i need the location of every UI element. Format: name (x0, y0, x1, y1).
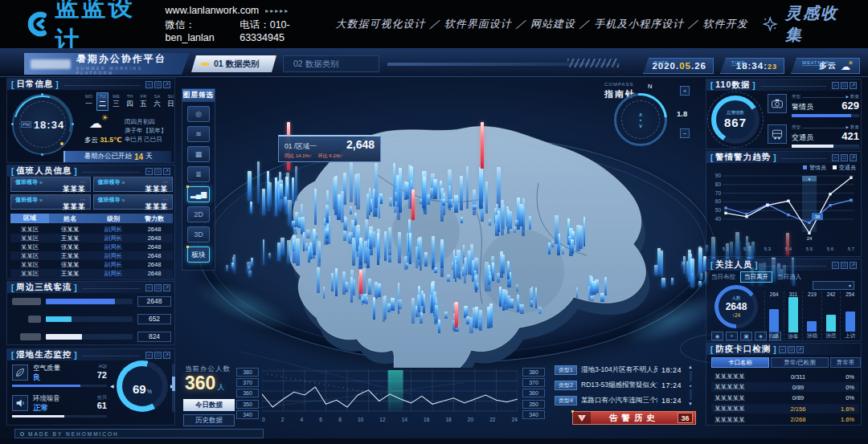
minimize-icon[interactable]: − (145, 352, 153, 359)
expand-icon[interactable]: ↗ (850, 82, 857, 89)
tab-data-category-2[interactable]: 02 数据类别 (283, 55, 379, 72)
duty-table-row[interactable]: 某某区王某某副局长2648 (10, 269, 173, 278)
focus-bar-column[interactable]: 264在逃 (764, 291, 784, 340)
weekday-cell[interactable]: TH四 (124, 92, 136, 111)
duty-col-header[interactable]: 级别 (91, 214, 136, 223)
compass-dial[interactable]: ∧●∨ (614, 93, 667, 146)
duty-col-header[interactable]: 区域 (10, 214, 49, 223)
weekday-cell[interactable]: SA六 (151, 92, 163, 111)
speaker-icon (12, 395, 28, 411)
layer-button-deploy[interactable]: ▦ (187, 146, 210, 162)
minimize-icon[interactable]: − (145, 168, 153, 175)
window-icon[interactable]: □ (841, 262, 848, 269)
expand-icon[interactable]: ↗ (796, 346, 804, 353)
minimize-icon[interactable]: − (779, 346, 786, 353)
duty-table-row[interactable]: 某某区张某某副局长2648 (10, 225, 173, 234)
tab-data-category-1[interactable]: 01 数据类别 (191, 55, 276, 72)
eco-scrollbar[interactable] (172, 364, 175, 412)
layer-button-mode-3d[interactable]: 3D (187, 226, 210, 242)
expand-icon[interactable]: ↗ (163, 352, 170, 359)
focus-bar-column[interactable]: 242涉恐 (821, 291, 841, 340)
window-icon[interactable]: □ (154, 81, 162, 88)
checkpoint-row[interactable]: 某某某某某0/890% (711, 393, 859, 403)
layer-button-radar[interactable]: ≋ (187, 126, 210, 142)
zoom-out-button[interactable]: − (680, 128, 690, 138)
inspiration-collect[interactable]: 灵感收集 (762, 2, 845, 46)
minimize-icon[interactable]: − (145, 81, 153, 88)
window-icon[interactable]: □ (788, 346, 795, 353)
window-icon[interactable]: □ (841, 82, 848, 89)
duty-leader-card[interactable]: 值班领导»⋯某某某 (93, 194, 174, 210)
alert-history-banner[interactable]: ! 告警历史 36 (572, 411, 696, 425)
window-controls: −□↗ (832, 154, 857, 161)
expand-icon[interactable]: ↗ (163, 168, 170, 175)
duty-table-row[interactable]: 某某区王某某副局长2648 (10, 234, 173, 242)
tab-daily-enter[interactable]: 当日进入 (777, 273, 801, 281)
duty-leader-card[interactable]: 值班领导»⋯某某某 (10, 177, 91, 192)
window-controls: −□↗ (145, 168, 170, 175)
window-icon[interactable]: □ (154, 284, 162, 291)
duty-cell: 2648 (136, 252, 173, 259)
layer-button-mode-2d[interactable]: 2D (187, 206, 210, 222)
minimize-icon[interactable]: − (832, 82, 839, 89)
expand-icon[interactable]: ↗ (163, 81, 170, 88)
wechat-id: 微信：ben_lanlan (166, 18, 234, 43)
layer-button-poi[interactable]: ◎ (187, 106, 210, 122)
alert-row[interactable]: 类型4某路口有小汽车连闯三个红灯18:24 (555, 395, 682, 406)
metric-name: 警情员 (792, 102, 813, 112)
alert-row[interactable]: 类型2RD13-53烟感报警疑似火灾17:24 (555, 380, 682, 391)
tool-icon[interactable]: + (726, 332, 738, 340)
weekday-en: WE (113, 94, 120, 99)
checkpoint-row[interactable]: 某某某某某0/3110% (711, 372, 859, 381)
duty-col-header[interactable]: 姓名 (49, 214, 91, 223)
focus-bar-column[interactable]: 311涉毒 (784, 291, 803, 340)
expand-icon[interactable]: ↗ (163, 284, 170, 291)
expand-icon[interactable]: ↗ (850, 154, 857, 161)
scroll-up-icon[interactable]: ▲ (688, 365, 693, 369)
site-url[interactable]: www.lanlanwork.com (166, 5, 260, 16)
checkpoint-col-header[interactable]: 异常/已检测 (771, 357, 829, 368)
tool-icon[interactable]: ▣ (740, 332, 752, 340)
tab-daily-watch[interactable]: 当日布控 (711, 273, 735, 281)
weekday-cell[interactable]: WE三 (110, 92, 122, 111)
window-icon[interactable]: □ (841, 154, 848, 161)
weekday-cell[interactable]: MO一 (83, 92, 95, 111)
checkpoint-col-header[interactable]: 卡口名称 (711, 357, 769, 368)
minimize-icon[interactable]: − (832, 154, 839, 161)
scroll-down-icon[interactable]: ▼ (688, 401, 693, 406)
arrow-left-icon[interactable]: ◀ (110, 383, 114, 389)
window-icon[interactable]: □ (154, 168, 162, 175)
minimize-icon[interactable]: − (145, 284, 153, 291)
alert-scrollbar[interactable]: ▲ ● ▼ (686, 365, 694, 406)
weekday-cell[interactable]: FR五 (137, 92, 149, 111)
duty-leader-card[interactable]: 值班领导»⋯某某某 (10, 194, 91, 210)
duty-table-row[interactable]: 某某区张某某副局长2648 (10, 242, 173, 251)
history-data-button[interactable]: 历史数据 (183, 414, 235, 426)
tool-icon[interactable]: ◉ (711, 332, 723, 340)
layer-button-bar-chart[interactable]: ▂▄▆ (187, 186, 210, 202)
weekday-cell[interactable]: SU日 (165, 92, 177, 111)
weekday-cell[interactable]: TU二 (96, 92, 108, 111)
checkpoint-col-header[interactable]: 异常率 (830, 357, 861, 368)
checkpoint-row[interactable]: 某某某某某2/2681.6% (711, 415, 859, 425)
layer-button-list[interactable]: ≣ (187, 166, 210, 182)
duty-leader-card[interactable]: 值班领导»⋯某某某 (93, 177, 174, 192)
duty-table-row[interactable]: 某某区王某某副局长2648 (10, 251, 173, 260)
layer-button-sectors[interactable]: 板块 (187, 246, 210, 263)
window-icon[interactable]: □ (154, 352, 162, 359)
tab-daily-leave[interactable]: 当日离开 (740, 271, 772, 283)
checkpoint-row[interactable]: 某某某某某2/1561.6% (711, 404, 859, 413)
minimize-icon[interactable]: − (832, 262, 839, 269)
focus-bar-column[interactable]: 219涉稳 (802, 291, 821, 340)
alert-row[interactable]: 类型1湿地3-104片区有不明人员闯入18:24 (555, 365, 682, 376)
duty-table-row[interactable]: 某某区张某某副局长2648 (10, 260, 173, 269)
focus-bar-column[interactable]: 254上访 (840, 291, 859, 340)
focus-filter-select[interactable]: ▾ (813, 281, 854, 290)
scroll-thumb-icon[interactable]: ● (689, 383, 691, 388)
checkpoint-row[interactable]: 某某某某某0/890% (711, 382, 859, 392)
zoom-in-button[interactable]: + (680, 86, 690, 96)
duty-col-header[interactable]: 警力数 (136, 214, 173, 223)
window-controls: −□↗ (145, 352, 170, 359)
today-data-button[interactable]: 今日数据 (183, 399, 235, 411)
expand-icon[interactable]: ↗ (850, 262, 857, 269)
